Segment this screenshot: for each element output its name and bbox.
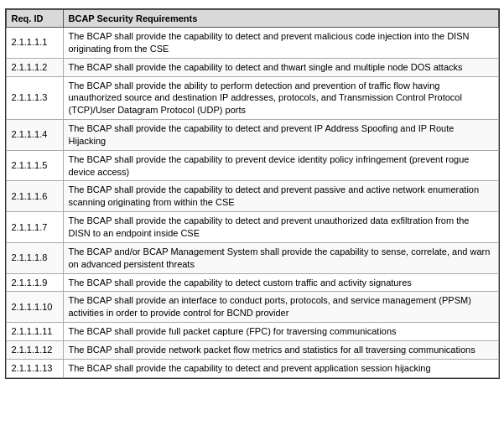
table-row: 2.1.1.1.9The BCAP shall provide the capa… bbox=[6, 273, 498, 292]
req-text-cell: The BCAP shall provide the capability to… bbox=[63, 58, 498, 76]
req-text-cell: The BCAP shall provide the capability to… bbox=[63, 273, 498, 292]
req-id-cell: 2.1.1.1.4 bbox=[6, 120, 63, 151]
req-text-cell: The BCAP and/or BCAP Management System s… bbox=[63, 242, 498, 273]
req-text-cell: The BCAP shall provide the capability to… bbox=[63, 359, 498, 377]
table-row: 2.1.1.1.1The BCAP shall provide the capa… bbox=[6, 28, 498, 59]
req-text-cell: The BCAP shall provide an interface to c… bbox=[63, 292, 498, 323]
table-row: 2.1.1.1.10The BCAP shall provide an inte… bbox=[6, 292, 498, 323]
table-row: 2.1.1.1.3The BCAP shall provide the abil… bbox=[6, 76, 498, 120]
req-id-cell: 2.1.1.1.12 bbox=[6, 340, 63, 359]
table-row: 2.1.1.1.6The BCAP shall provide the capa… bbox=[6, 181, 498, 212]
table-row: 2.1.1.1.4The BCAP shall provide the capa… bbox=[6, 120, 498, 151]
table-row: 2.1.1.1.5The BCAP shall provide the capa… bbox=[6, 150, 498, 181]
req-text-cell: The BCAP shall provide the capability to… bbox=[63, 120, 498, 151]
table-row: 2.1.1.1.13The BCAP shall provide the cap… bbox=[6, 359, 498, 377]
req-text-cell: The BCAP shall provide network packet fl… bbox=[63, 340, 498, 359]
header-req-id: Req. ID bbox=[6, 10, 63, 28]
table-row: 2.1.1.1.8The BCAP and/or BCAP Management… bbox=[6, 242, 498, 273]
req-text-cell: The BCAP shall provide the capability to… bbox=[63, 212, 498, 243]
req-text-cell: The BCAP shall provide the capability to… bbox=[63, 150, 498, 181]
req-text-cell: The BCAP shall provide the capability to… bbox=[63, 28, 498, 59]
req-id-cell: 2.1.1.1.5 bbox=[6, 150, 63, 181]
req-id-cell: 2.1.1.1.9 bbox=[6, 273, 63, 292]
req-id-cell: 2.1.1.1.8 bbox=[6, 242, 63, 273]
table-row: 2.1.1.1.2The BCAP shall provide the capa… bbox=[6, 58, 498, 76]
req-text-cell: The BCAP shall provide the ability to pe… bbox=[63, 76, 498, 120]
req-id-cell: 2.1.1.1.13 bbox=[6, 359, 63, 377]
table-row: 2.1.1.1.11The BCAP shall provide full pa… bbox=[6, 323, 498, 341]
req-id-cell: 2.1.1.1.3 bbox=[6, 76, 63, 120]
req-text-cell: The BCAP shall provide the capability to… bbox=[63, 181, 498, 212]
req-id-cell: 2.1.1.1.11 bbox=[6, 323, 63, 341]
req-id-cell: 2.1.1.1.2 bbox=[6, 58, 63, 76]
header-requirement: BCAP Security Requirements bbox=[63, 10, 498, 28]
table-row: 2.1.1.1.7The BCAP shall provide the capa… bbox=[6, 212, 498, 243]
req-id-cell: 2.1.1.1.10 bbox=[6, 292, 63, 323]
table-row: 2.1.1.1.12The BCAP shall provide network… bbox=[6, 340, 498, 359]
req-id-cell: 2.1.1.1.7 bbox=[6, 212, 63, 243]
req-id-cell: 2.1.1.1.1 bbox=[6, 28, 63, 59]
req-id-cell: 2.1.1.1.6 bbox=[6, 181, 63, 212]
req-text-cell: The BCAP shall provide full packet captu… bbox=[63, 323, 498, 341]
requirements-table: Req. ID BCAP Security Requirements 2.1.1… bbox=[5, 8, 500, 379]
